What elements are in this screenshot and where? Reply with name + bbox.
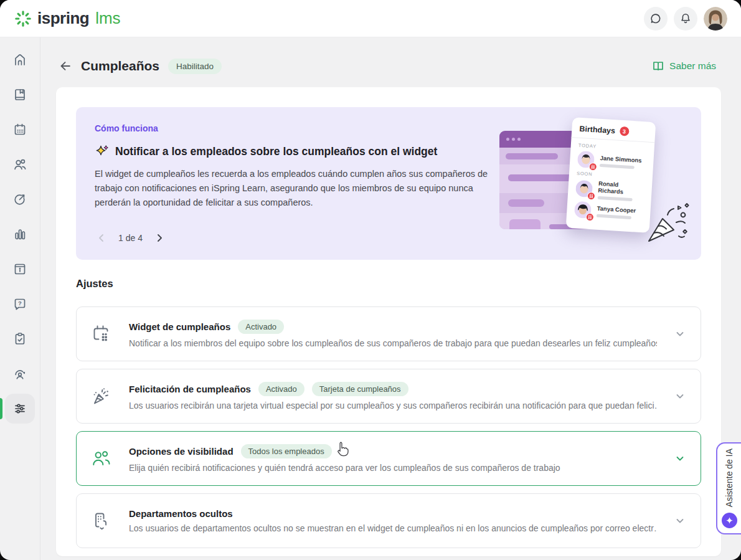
banner-title: Notificar a los empleados sobre los cump… xyxy=(115,145,437,158)
sidebar-item-help[interactable]: ? xyxy=(5,289,35,319)
banner-illustration: Birthdays 3 TODAY xyxy=(499,120,686,247)
birthday-person-row: Tanya Cooper xyxy=(574,201,643,222)
gift-icon xyxy=(585,213,594,222)
calendar-gift-icon xyxy=(90,323,111,344)
target-arrow-icon xyxy=(12,192,27,207)
sidebar-item-settings[interactable] xyxy=(5,394,35,424)
sidebar-nav: ? xyxy=(0,37,40,560)
app-window: ispringlms xyxy=(0,0,741,560)
sidebar-item-tasks[interactable] xyxy=(5,324,35,354)
book-icon xyxy=(12,87,27,102)
back-button[interactable] xyxy=(55,55,76,77)
banner-body: El widget de cumpleaños les recuerda a l… xyxy=(95,167,506,211)
user-avatar[interactable] xyxy=(704,7,727,31)
top-bar: ispringlms xyxy=(0,0,741,37)
chevron-down-icon[interactable] xyxy=(674,328,686,339)
sidebar-item-performance[interactable] xyxy=(5,359,35,389)
active-nav-indicator xyxy=(0,398,2,419)
card-title: Felicitación de cumpleaños xyxy=(129,384,251,394)
ai-assistant-label: Asistente de IA xyxy=(724,448,734,507)
card-badge: Tarjeta de cumpleaños xyxy=(312,382,408,396)
content-panel: Cómo funciona Notificar a los empleados … xyxy=(56,87,721,556)
banner-eyebrow: Cómo funciona xyxy=(95,123,506,133)
svg-text:?: ? xyxy=(18,300,22,306)
status-badge: Habilitado xyxy=(168,59,222,74)
bar-chart-icon xyxy=(12,227,27,242)
chat-bubble-icon xyxy=(649,12,663,26)
bell-icon xyxy=(679,12,692,26)
gift-icon xyxy=(587,192,596,201)
birthdays-count-badge: 3 xyxy=(620,126,630,136)
sidebar-item-info-panel[interactable] xyxy=(5,254,35,284)
birthday-person-row: Jane Simmons xyxy=(577,151,646,172)
card-title: Departamentos ocultos xyxy=(129,508,233,519)
info-panel-icon xyxy=(12,262,27,277)
page-title: Cumpleaños xyxy=(81,59,159,74)
users-icon xyxy=(12,157,27,172)
card-description: Elija quién recibirá notificaciones y qu… xyxy=(129,463,657,473)
sidebar-item-calendar[interactable] xyxy=(5,115,35,145)
card-badge: Activado xyxy=(258,382,304,396)
sparkles-icon xyxy=(95,144,110,159)
person-name: Jane Simmons xyxy=(600,154,642,163)
help-bubble-icon: ? xyxy=(12,297,27,311)
ai-assistant-tab[interactable]: Asistente de IA xyxy=(716,442,741,534)
hidden-department-building-icon xyxy=(90,510,111,531)
banner-pagination: 1 de 4 xyxy=(95,231,166,245)
settings-card-list: Widget de cumpleaños Activado Notificar … xyxy=(76,306,701,556)
sidebar-item-reports[interactable] xyxy=(5,219,35,249)
person-name: Ronald Richards xyxy=(598,180,644,196)
logo-text-primary: ispring xyxy=(37,9,89,28)
pagination-next-button[interactable] xyxy=(153,231,166,245)
logo-text-secondary: lms xyxy=(95,9,120,28)
chevron-down-icon[interactable] xyxy=(674,391,686,402)
settings-heading: Ajustes xyxy=(76,278,113,290)
ispring-logo[interactable]: ispringlms xyxy=(14,9,121,28)
learn-more-label: Saber más xyxy=(669,60,716,72)
learn-more-link[interactable]: Saber más xyxy=(652,60,716,72)
chevron-down-icon[interactable] xyxy=(674,515,686,526)
card-badge: Todos los empleados xyxy=(241,444,332,458)
back-arrow-icon xyxy=(59,59,72,73)
chevron-down-icon[interactable] xyxy=(674,453,686,464)
clipboard-check-icon xyxy=(12,331,27,346)
card-description: Los usuarios recibirán una tarjeta virtu… xyxy=(129,401,657,411)
card-title: Opciones de visibilidad xyxy=(129,446,234,457)
party-popper-icon xyxy=(90,386,111,407)
messages-button[interactable] xyxy=(644,7,668,31)
sidebar-item-home[interactable] xyxy=(5,45,35,75)
card-departamentos-ocultos[interactable]: Departamentos ocultos Los usuarios de de… xyxy=(76,493,701,548)
card-description: Notificar a los miembros del equipo sobr… xyxy=(129,338,657,348)
sidebar-item-goals[interactable] xyxy=(5,184,35,214)
card-title: Widget de cumpleaños xyxy=(129,321,230,332)
settings-sliders-icon xyxy=(12,401,27,416)
card-opciones-de-visibilidad[interactable]: Opciones de visibilidad Todos los emplea… xyxy=(76,431,701,486)
person-gauge-icon xyxy=(12,366,27,381)
pagination-label: 1 de 4 xyxy=(118,233,143,243)
sidebar-item-courses[interactable] xyxy=(5,80,35,110)
ai-sparkle-icon xyxy=(722,513,737,528)
card-badge: Activado xyxy=(238,320,284,334)
birthdays-widget-title: Birthdays xyxy=(579,124,615,135)
ispring-flower-icon xyxy=(14,9,32,28)
card-widget-de-cumpleanos[interactable]: Widget de cumpleaños Activado Notificar … xyxy=(76,306,701,361)
page-header: Cumpleaños Habilitado Saber más xyxy=(55,54,716,78)
open-book-icon xyxy=(652,60,664,72)
how-it-works-banner: Cómo funciona Notificar a los empleados … xyxy=(76,107,701,260)
person-name: Tanya Cooper xyxy=(597,204,636,214)
pagination-prev-button[interactable] xyxy=(95,231,108,245)
party-popper-doodle xyxy=(640,196,694,250)
notifications-button[interactable] xyxy=(674,7,697,31)
sidebar-item-users[interactable] xyxy=(5,149,35,179)
calendar-icon xyxy=(12,122,27,137)
card-felicitacion-de-cumpleanos[interactable]: Felicitación de cumpleaños Activado Tarj… xyxy=(76,369,701,424)
card-description: Los usuarios de departamentos ocultos no… xyxy=(129,523,657,533)
people-icon xyxy=(90,448,111,469)
gift-icon xyxy=(588,163,597,171)
birthday-person-row: Ronald Richards xyxy=(575,179,645,202)
home-icon xyxy=(12,52,27,67)
